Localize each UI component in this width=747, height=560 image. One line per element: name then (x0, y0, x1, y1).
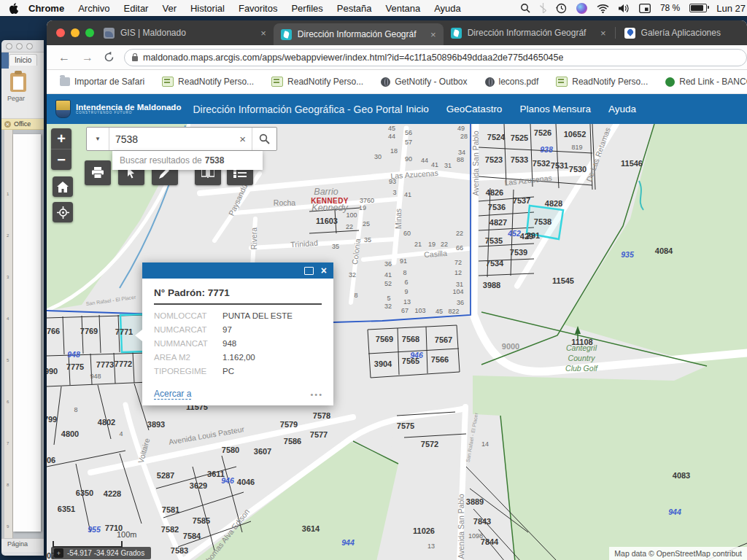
map-label-30: 30 (374, 153, 382, 160)
map-label-avenida-louis-pasteur: Avenida Louis Pasteur (168, 424, 244, 446)
map-label-19: 19 (428, 241, 436, 248)
clear-search-icon[interactable]: × (233, 133, 252, 145)
close-tab-icon[interactable]: × (260, 28, 266, 39)
map-label-67: 67 (401, 307, 409, 314)
popup-maximize-icon[interactable] (304, 267, 314, 275)
window-zoom-icon[interactable] (26, 43, 33, 50)
map-label-7534: 7534 (486, 259, 503, 268)
input-source-icon[interactable] (639, 4, 651, 13)
menu-item-ayuda[interactable]: Ayuda (434, 3, 461, 14)
nav-planos-mensura[interactable]: Planos Mensura (519, 104, 591, 114)
bluetooth-icon[interactable] (540, 3, 546, 13)
menu-item-ventana[interactable]: Ventana (385, 3, 420, 14)
globe-icon (485, 77, 495, 87)
window-minimize-icon[interactable] (16, 43, 23, 50)
nav-inicio[interactable]: Inicio (406, 104, 429, 114)
map-label-7565: 7565 (402, 357, 419, 365)
menu-item-favoritos[interactable]: Favoritos (239, 3, 277, 14)
coordinates-widget[interactable]: + -54.917 -34.924 Grados (51, 547, 151, 559)
close-window-button[interactable] (56, 28, 65, 37)
map-label-7581: 7581 (162, 505, 179, 514)
forward-button[interactable]: → (82, 51, 93, 64)
map-label-7532: 7532 (533, 159, 550, 168)
search-suggestion[interactable]: Buscar resultados de7538 (112, 151, 263, 170)
bookmark-item[interactable]: GetNotify - Outbox (381, 77, 467, 87)
map-label-san-rafael---el-placer: San Rafael - El Placer (85, 295, 136, 307)
apple-icon[interactable] (9, 3, 18, 14)
zoom-out-button[interactable]: − (51, 149, 71, 170)
map-label-44: 44 (421, 157, 428, 164)
tab-inicio[interactable]: Inicio (9, 54, 37, 66)
time-machine-icon[interactable] (556, 3, 567, 14)
search-input[interactable] (109, 133, 233, 145)
map-label-7536: 7536 (488, 203, 506, 211)
tab-galeria-aplicaciones[interactable]: Galería Aplicaciones (617, 20, 747, 45)
map-label-7580: 7580 (222, 446, 239, 454)
map-label-7526: 7526 (534, 128, 551, 137)
menu-item-historial[interactable]: Historial (190, 3, 225, 14)
map-label-4: 4 (119, 430, 123, 438)
org-subtitle: CONSTRUYENDO FUTURO (76, 112, 181, 115)
coordinates-icon[interactable]: + (54, 548, 63, 558)
bookmark-item[interactable]: Importar de Safari (60, 77, 144, 87)
attribute-name: NUMMANCAT (154, 339, 222, 348)
menu-item-perfiles[interactable]: Perfiles (291, 3, 322, 14)
menubar-clock[interactable]: Lun 27 (716, 3, 746, 14)
bookmark-label: Red Link - BANCO... (679, 77, 747, 87)
map-viewport[interactable]: Las AzucenasLas AzucenasMinasColoniaCasi… (47, 124, 747, 560)
office-update-bar[interactable]: ✕ Office (1, 119, 44, 130)
menu-item-pestaña[interactable]: Pestaña (337, 3, 372, 14)
bookmark-item[interactable]: lecons.pdf (485, 77, 539, 87)
search-source-dropdown[interactable]: ▼ (87, 128, 109, 150)
nav-ayuda[interactable]: Ayuda (608, 104, 636, 114)
nav-geocatastro[interactable]: GeoCatastro (446, 104, 503, 114)
zoom-to-link[interactable]: Acercar a (154, 389, 191, 400)
bookmark-item[interactable]: ReadNotify Perso... (162, 77, 254, 87)
menu-item-chrome[interactable]: Chrome (28, 3, 64, 14)
spotlight-icon[interactable] (520, 3, 530, 13)
document-page[interactable] (13, 134, 41, 532)
search-button[interactable] (252, 128, 276, 150)
maximize-window-button[interactable] (85, 28, 94, 37)
map-label-41: 41 (404, 191, 411, 198)
menu-item-archivo[interactable]: Archivo (78, 3, 109, 14)
print-button[interactable] (85, 160, 111, 185)
menu-item-editar[interactable]: Editar (123, 3, 148, 14)
popup-close-icon[interactable]: × (321, 265, 327, 276)
map-label-6: 6 (404, 279, 408, 286)
bookmark-item[interactable]: ReadNotify Perso... (271, 77, 363, 87)
my-location-button[interactable] (53, 202, 73, 222)
wifi-icon[interactable] (597, 4, 609, 13)
zoom-in-button[interactable]: + (51, 128, 71, 149)
bookmark-item[interactable]: Red Link - BANCO... (665, 77, 747, 87)
map-label-8: 8 (403, 269, 406, 276)
menu-item-ver[interactable]: Ver (162, 3, 177, 14)
ruler-number: 8 (7, 483, 9, 487)
volume-icon[interactable] (619, 4, 630, 13)
map-label-7569: 7569 (376, 335, 393, 343)
map-label-7577: 7577 (310, 430, 328, 439)
map-label-colonia: Colonia (350, 238, 362, 265)
map-label-7578: 7578 (313, 411, 330, 420)
word-window[interactable]: Inicio Pegar ✕ Office 123456789 Página (1, 40, 44, 556)
map-label-3988: 3988 (483, 281, 500, 289)
popup-more-icon[interactable]: ••• (310, 390, 323, 399)
home-button[interactable] (53, 176, 73, 197)
close-tab-icon[interactable]: × (600, 28, 606, 39)
paste-clipboard-icon[interactable] (10, 73, 26, 92)
tab-direccion-geografica[interactable]: Dirección Información Geográf × (444, 20, 614, 45)
window-close-icon[interactable] (6, 43, 12, 50)
popup-attribute-row: NUMMANCAT948 (154, 339, 322, 348)
reload-button[interactable] (104, 52, 115, 63)
tab-gis-maldonado[interactable]: GIS | Maldonado × (96, 20, 274, 45)
close-tab-icon[interactable]: × (430, 29, 436, 40)
lock-icon[interactable] (132, 56, 138, 61)
bookmark-item[interactable]: ReadNotify Perso... (556, 77, 648, 87)
tab-direccion-geografica-active[interactable]: Dirección Información Geográf × (274, 23, 444, 45)
ruler-number: 1 (7, 192, 9, 196)
address-bar[interactable]: maldonado.maps.arcgis.com/apps/webappvie… (124, 49, 747, 66)
vertical-ruler: 123456789 (4, 130, 13, 538)
siri-icon[interactable] (576, 3, 587, 14)
minimize-window-button[interactable] (71, 28, 80, 37)
back-button[interactable]: ← (58, 51, 70, 64)
